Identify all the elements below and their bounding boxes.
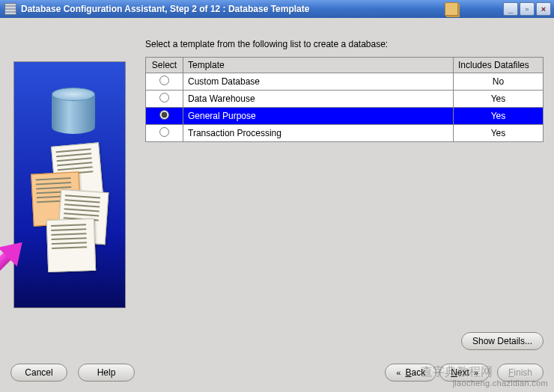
content-area: Select a template from the following lis… [0,18,554,392]
minimize-button[interactable]: _ [503,2,518,16]
main-pane: Select a template from the following lis… [145,39,544,325]
template-paper-icon [46,218,96,272]
show-details-button[interactable]: Show Details... [461,332,544,350]
close-button[interactable]: × [536,2,551,16]
table-row[interactable]: General Purpose Yes [146,108,544,125]
cancel-button[interactable]: Cancel [10,364,67,382]
includes-cell: No [454,73,544,91]
template-radio[interactable] [159,127,169,137]
template-name-cell: Custom Database [183,73,454,91]
template-name-cell: Data Warehouse [183,91,454,108]
title-overlap-icon [445,2,458,16]
table-row[interactable]: Data Warehouse Yes [146,91,544,108]
maximize-button[interactable]: ▫ [520,2,535,16]
window-title: Database Configuration Assistant, Step 2… [21,4,449,14]
watermark-cn: 查字典教程网 [421,364,493,380]
template-table: Select Template Includes Datafiles Custo… [145,57,544,142]
template-name-cell: General Purpose [183,108,454,125]
includes-cell: Yes [454,91,544,108]
template-radio[interactable] [159,110,169,120]
side-illustration-panel [13,61,126,308]
includes-cell: Yes [454,125,544,142]
includes-cell: Yes [454,108,544,125]
template-radio[interactable] [159,76,169,85]
chevron-left-icon: « [396,368,401,377]
header-includes-datafiles: Includes Datafiles [454,58,544,73]
template-name-cell: Transaction Processing [183,125,454,142]
table-row[interactable]: Custom Database No [146,73,544,91]
table-row[interactable]: Transaction Processing Yes [146,125,544,142]
database-cylinder-icon [52,88,95,134]
header-template: Template [183,58,454,73]
template-radio[interactable] [159,93,169,102]
system-menu-icon[interactable] [4,3,16,15]
instruction-text: Select a template from the following lis… [145,39,544,49]
help-button[interactable]: Help [78,364,135,382]
watermark-url: jiaocheng.chazidian.com [453,379,548,388]
header-select: Select [146,58,183,73]
titlebar: Database Configuration Assistant, Step 2… [0,0,554,18]
